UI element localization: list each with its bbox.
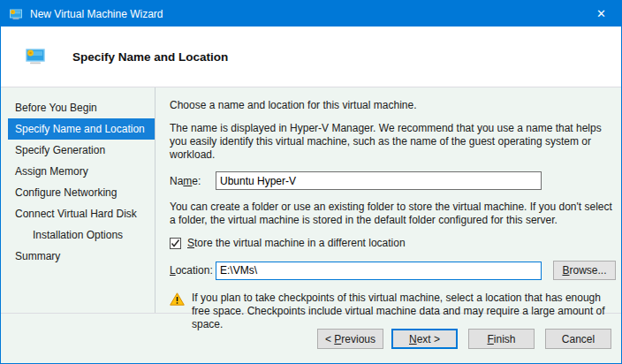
title-bar: New Virtual Machine Wizard ✕: [1, 1, 621, 27]
sidebar-item-specify-name-and-location[interactable]: Specify Name and Location: [8, 118, 155, 140]
location-label: Location:: [170, 264, 216, 277]
wizard-page-icon: [26, 48, 45, 65]
new-vm-wizard-dialog: New Virtual Machine Wizard ✕ Specify Nam…: [0, 0, 622, 364]
checkmark-icon: [171, 239, 180, 248]
wizard-body: Before You Begin Specify Name and Locati…: [1, 87, 621, 314]
sidebar-item-configure-networking[interactable]: Configure Networking: [8, 182, 155, 203]
button-bar: < Previous Next > Finish Cancel: [1, 314, 621, 363]
page-title: Specify Name and Location: [72, 50, 228, 64]
sidebar-item-before-you-begin[interactable]: Before You Begin: [8, 97, 155, 118]
name-help-text: The name is displayed in Hyper-V Manager…: [170, 122, 616, 162]
wizard-steps-sidebar: Before You Begin Specify Name and Locati…: [1, 87, 156, 313]
finish-button[interactable]: Finish: [468, 329, 535, 349]
sidebar-item-summary[interactable]: Summary: [8, 246, 155, 267]
sidebar-item-connect-virtual-hard-disk[interactable]: Connect Virtual Hard Disk: [8, 203, 155, 224]
next-button[interactable]: Next >: [391, 329, 458, 349]
vm-name-input[interactable]: [216, 171, 542, 190]
warning-icon: [170, 292, 185, 306]
virtual-machine-icon: [9, 7, 23, 21]
name-label: Name:: [170, 175, 216, 187]
wizard-header: Specify Name and Location: [1, 27, 621, 87]
intro-text: Choose a name and location for this virt…: [170, 99, 616, 112]
cancel-button[interactable]: Cancel: [545, 329, 611, 349]
name-row: Name:: [170, 171, 616, 190]
vm-location-input[interactable]: [216, 262, 542, 280]
store-location-row: Store the virtual machine in a different…: [170, 237, 616, 249]
window-title: New Virtual Machine Wizard: [30, 8, 581, 20]
wizard-page-content: Choose a name and location for this virt…: [156, 87, 622, 313]
close-icon[interactable]: ✕: [581, 1, 621, 27]
browse-button[interactable]: Browse...: [553, 261, 616, 280]
sidebar-item-assign-memory[interactable]: Assign Memory: [8, 161, 155, 182]
store-different-location-label: Store the virtual machine in a different…: [187, 237, 406, 249]
store-different-location-checkbox[interactable]: [170, 238, 181, 249]
sidebar-item-specify-generation[interactable]: Specify Generation: [8, 140, 155, 161]
sidebar-item-installation-options[interactable]: Installation Options: [8, 224, 155, 246]
folder-help-text: You can create a folder or use an existi…: [170, 201, 616, 227]
location-row: Location: Browse...: [170, 261, 616, 280]
previous-button[interactable]: < Previous: [317, 329, 383, 349]
